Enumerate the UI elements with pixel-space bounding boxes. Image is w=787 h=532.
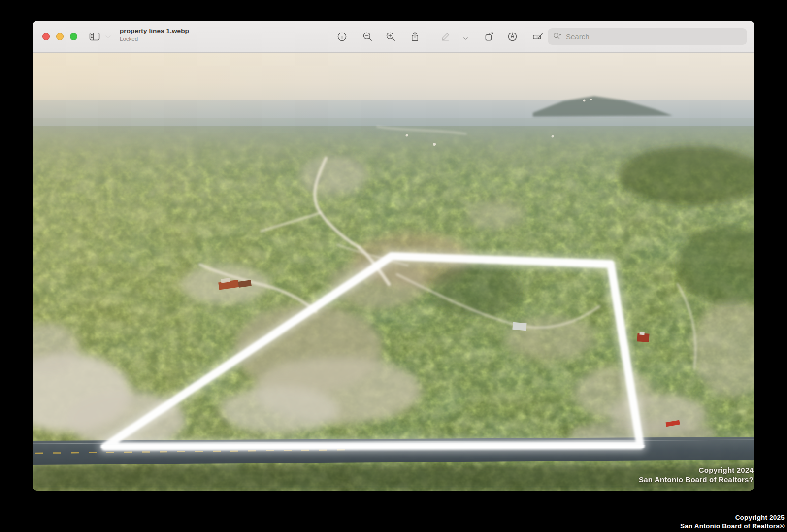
photo-watermark-line1: Copyright 2024 bbox=[639, 466, 754, 475]
window-title-block: property lines 1.webp Locked bbox=[120, 28, 189, 42]
page-copyright-line1: Copyright 2025 bbox=[680, 514, 785, 522]
preview-window: property lines 1.webp Locked bbox=[33, 21, 754, 491]
search-field[interactable] bbox=[548, 28, 747, 45]
zoom-out-icon[interactable] bbox=[361, 31, 373, 42]
photo-watermark-line2: San Antonio Board of Realtors? bbox=[639, 475, 754, 484]
photo-watermark: Copyright 2024 San Antonio Board of Real… bbox=[639, 466, 754, 484]
draw-icon[interactable] bbox=[506, 31, 518, 42]
rotate-icon[interactable] bbox=[483, 31, 495, 42]
page-copyright: Copyright 2025 San Antonio Board of Real… bbox=[680, 514, 785, 530]
sidebar-toggle-icon[interactable] bbox=[89, 31, 100, 42]
zoom-in-icon[interactable] bbox=[385, 31, 396, 42]
markup-options-chevron-icon[interactable] bbox=[461, 33, 469, 44]
desktop-background: { "page": { "background_color": "#000000… bbox=[0, 0, 787, 532]
window-title: property lines 1.webp bbox=[120, 28, 189, 34]
toolbar-divider bbox=[456, 32, 456, 41]
sidebar-chevron-icon[interactable] bbox=[104, 31, 112, 42]
titlebar: property lines 1.webp Locked bbox=[33, 21, 754, 53]
window-subtitle: Locked bbox=[120, 36, 189, 42]
minimize-button[interactable] bbox=[56, 33, 64, 40]
aerial-photo: Copyright 2024 San Antonio Board of Real… bbox=[33, 53, 754, 491]
markup-pencil-icon[interactable] bbox=[439, 31, 451, 42]
close-button[interactable] bbox=[42, 33, 50, 40]
traffic-lights bbox=[42, 33, 77, 40]
aerial-photo-rendering bbox=[33, 53, 754, 491]
share-icon[interactable] bbox=[409, 31, 421, 42]
fill-and-sign-icon[interactable] bbox=[531, 31, 546, 42]
info-icon[interactable] bbox=[336, 31, 348, 42]
zoom-button[interactable] bbox=[70, 33, 77, 40]
search-input[interactable] bbox=[565, 32, 742, 41]
search-icon bbox=[553, 32, 562, 41]
page-copyright-line2: San Antonio Board of Realtors® bbox=[680, 522, 785, 531]
